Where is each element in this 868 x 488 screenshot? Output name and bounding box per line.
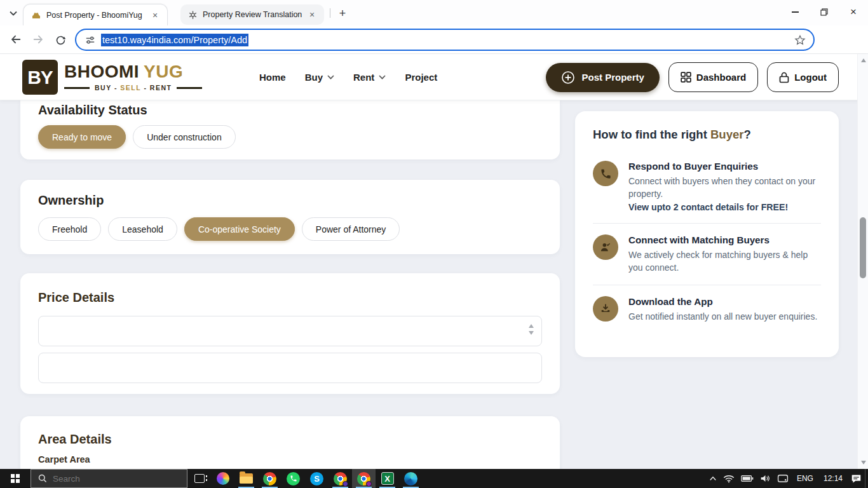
- search-input[interactable]: [53, 474, 161, 484]
- touch-keyboard-indicator[interactable]: [774, 469, 792, 488]
- chrome-icon: [263, 472, 276, 485]
- nav-rent[interactable]: Rent: [353, 72, 386, 83]
- nav-buy[interactable]: Buy: [305, 72, 334, 83]
- option-power-of-attorney[interactable]: Power of Attorney: [302, 217, 400, 241]
- show-desktop-button[interactable]: [865, 469, 868, 488]
- windows-taskbar: S X ENG 12:14: [0, 469, 868, 488]
- chrome-profile2-icon: [334, 472, 347, 485]
- tab-close-icon[interactable]: ×: [306, 9, 318, 20]
- browser-tab-strip: Post Property - BhoomiYug × Property Rev…: [0, 0, 868, 25]
- chrome-profile3-button[interactable]: [352, 469, 376, 488]
- chrome-profile3-icon: [357, 472, 370, 485]
- bhoomiyug-logo[interactable]: BY BHOOMIYUG BUY - SELL - RENT: [22, 60, 202, 95]
- logo-tagline: BUY - SELL - RENT: [64, 84, 202, 92]
- search-icon: [38, 474, 47, 483]
- logo-monogram: BY: [22, 60, 58, 95]
- carpet-area-label: Carpet Area: [38, 454, 542, 464]
- language-indicator[interactable]: ENG: [792, 474, 818, 483]
- bhoomiyug-favicon-icon: [31, 10, 41, 20]
- close-window-button[interactable]: ×: [839, 0, 868, 24]
- notification-center-button[interactable]: [848, 469, 865, 488]
- whatsapp-icon: [287, 472, 300, 485]
- buyer-tip-matching: Connect with Matching Buyers We actively…: [593, 234, 821, 274]
- nav-home[interactable]: Home: [259, 72, 286, 83]
- chatgpt-favicon-icon: [188, 10, 198, 20]
- clock[interactable]: 12:14: [818, 474, 848, 483]
- tab-search-button[interactable]: [6, 6, 20, 20]
- copilot-icon: [217, 472, 229, 485]
- file-explorer-button[interactable]: [234, 469, 258, 488]
- area-details-card: Area Details Carpet Area: [20, 416, 560, 469]
- skype-icon: S: [310, 472, 323, 485]
- spinner-down-icon: [529, 331, 534, 335]
- vertical-scrollbar[interactable]: [857, 54, 868, 469]
- whatsapp-button[interactable]: [281, 469, 305, 488]
- section-title-area: Area Details: [38, 432, 542, 447]
- tip-title: Respond to Buyer Enquiries: [628, 161, 821, 172]
- tip-text: We actively check for matching buyers & …: [628, 248, 821, 274]
- section-title-availability: Availability Status: [38, 103, 542, 118]
- section-title-ownership: Ownership: [38, 193, 542, 208]
- restore-button[interactable]: [810, 0, 839, 24]
- reload-button[interactable]: [51, 30, 70, 49]
- availability-status-card: Availability Status Ready to move Under …: [20, 100, 560, 159]
- window-controls: ×: [780, 0, 868, 25]
- battery-indicator[interactable]: [738, 469, 757, 488]
- edge-button[interactable]: [399, 469, 423, 488]
- skype-button[interactable]: S: [305, 469, 329, 488]
- scroll-up-icon[interactable]: [861, 58, 866, 62]
- price-number-input[interactable]: [38, 316, 542, 346]
- excel-button[interactable]: X: [376, 469, 399, 488]
- tray-expand-button[interactable]: [706, 469, 720, 488]
- chrome-profile2-button[interactable]: [329, 469, 352, 488]
- task-view-button[interactable]: [187, 469, 211, 488]
- option-cooperative-society[interactable]: Co-operative Society: [184, 217, 295, 241]
- volume-indicator[interactable]: [757, 469, 774, 488]
- tip-text: Connect with buyers when they contact on…: [628, 175, 821, 201]
- price-text-input[interactable]: [38, 353, 542, 383]
- back-button[interactable]: [6, 30, 25, 49]
- wifi-indicator[interactable]: [720, 469, 738, 488]
- option-ready-to-move[interactable]: Ready to move: [38, 125, 126, 149]
- logout-button[interactable]: Logout: [767, 62, 839, 92]
- buyer-tip-download: Download the App Get notified instantly …: [593, 296, 821, 323]
- plus-circle-icon: [561, 71, 575, 85]
- bookmark-star-icon[interactable]: [794, 34, 806, 46]
- dashboard-button[interactable]: Dashboard: [668, 62, 758, 92]
- url-text-selected[interactable]: test10.way4india.com/Property/Add: [101, 34, 248, 46]
- tip-title: Download the App: [628, 296, 817, 307]
- copilot-button[interactable]: [211, 469, 234, 488]
- site-header: BY BHOOMIYUG BUY - SELL - RENT Home Buy …: [0, 54, 868, 100]
- notification-icon: [851, 473, 862, 484]
- buyer-tip-enquiries: Respond to Buyer Enquiries Connect with …: [593, 161, 821, 212]
- minimize-button[interactable]: [780, 0, 810, 24]
- tab-close-icon[interactable]: ×: [149, 10, 161, 21]
- url-bar[interactable]: test10.way4india.com/Property/Add: [75, 29, 815, 51]
- option-leasehold[interactable]: Leasehold: [108, 217, 177, 241]
- number-spinner[interactable]: [529, 324, 534, 335]
- option-under-construction[interactable]: Under construction: [133, 125, 236, 149]
- file-explorer-icon: [240, 473, 253, 484]
- tab-post-property[interactable]: Post Property - BhoomiYug ×: [23, 4, 168, 25]
- scrollbar-thumb[interactable]: [860, 217, 866, 278]
- site-info-icon[interactable]: [85, 35, 95, 45]
- chrome-button[interactable]: [258, 469, 281, 488]
- find-buyer-title: How to find the right Buyer?: [593, 128, 821, 142]
- download-icon: [593, 296, 618, 322]
- nav-project[interactable]: Project: [405, 72, 437, 83]
- scroll-down-icon[interactable]: [861, 461, 866, 464]
- logo-name: BHOOMIYUG: [64, 63, 202, 81]
- forward-button[interactable]: [29, 30, 48, 49]
- ownership-card: Ownership Freehold Leasehold Co-operativ…: [20, 180, 560, 254]
- new-tab-button[interactable]: +: [335, 6, 350, 21]
- task-view-icon: [194, 474, 205, 483]
- taskbar-search[interactable]: [31, 469, 187, 488]
- post-property-button[interactable]: Post Property: [546, 63, 659, 92]
- phone-icon: [593, 161, 618, 186]
- tab-property-review[interactable]: Property Review Translation ×: [180, 4, 324, 25]
- chevron-down-icon: [327, 75, 334, 79]
- find-buyer-card: How to find the right Buyer? Respond to …: [575, 111, 839, 357]
- divider: [593, 285, 821, 285]
- option-freehold[interactable]: Freehold: [38, 217, 101, 241]
- start-button[interactable]: [0, 469, 31, 488]
